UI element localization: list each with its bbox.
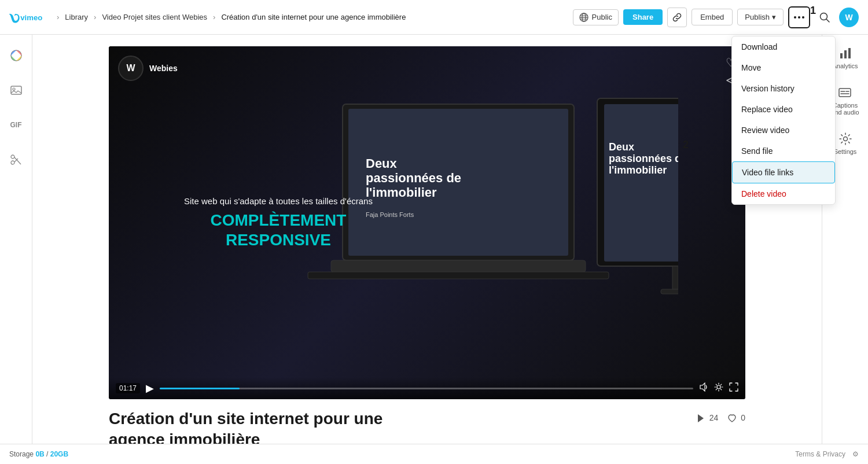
footer-links: Terms & Privacy ⚙ bbox=[795, 450, 859, 458]
video-thumbnail: W Webies ♡ Site web qui s'adapte à toute… bbox=[109, 46, 745, 399]
svg-text:l'immobilier: l'immobilier bbox=[609, 164, 667, 176]
device-highlight: COMPLÈTEMENTRESPONSIVE bbox=[184, 211, 373, 249]
sidebar-image-icon[interactable] bbox=[5, 79, 28, 102]
svg-point-40 bbox=[717, 385, 720, 389]
svg-rect-45 bbox=[839, 89, 851, 97]
play-count: 24 bbox=[696, 413, 718, 423]
breadcrumb-sep-1: › bbox=[57, 13, 59, 21]
svg-text:vimeo: vimeo bbox=[20, 13, 42, 21]
publish-button[interactable]: Publish ▾ bbox=[737, 9, 784, 25]
svg-point-12 bbox=[14, 54, 18, 57]
likes-icon bbox=[727, 414, 737, 423]
volume-icon bbox=[699, 382, 708, 392]
sidebar-gif-icon[interactable]: GIF bbox=[5, 113, 28, 137]
svg-point-16 bbox=[11, 161, 14, 164]
video-wrapper: W Webies ♡ Site web qui s'adapte à toute… bbox=[109, 46, 745, 399]
svg-point-15 bbox=[11, 155, 14, 159]
svg-rect-26 bbox=[308, 272, 609, 279]
channel-avatar: W bbox=[118, 56, 144, 81]
device-text-left: Site web qui s'adapte à toutes les taill… bbox=[184, 196, 373, 249]
fullscreen-icon bbox=[729, 382, 738, 392]
dropdown-download[interactable]: Download bbox=[732, 36, 835, 57]
more-button[interactable] bbox=[788, 6, 810, 28]
link-icon-button[interactable] bbox=[667, 8, 687, 27]
svg-line-10 bbox=[826, 19, 829, 22]
svg-rect-33 bbox=[661, 289, 678, 294]
video-controls: 01:17 ▶ bbox=[109, 377, 745, 399]
svg-text:passionnées de: passionnées de bbox=[366, 171, 461, 185]
fullscreen-button[interactable] bbox=[729, 382, 738, 394]
dropdown-version-history[interactable]: Version history bbox=[732, 78, 835, 99]
device-subtitle: Site web qui s'adapte à toutes les taill… bbox=[184, 196, 373, 206]
svg-text:Faja Points Forts: Faja Points Forts bbox=[366, 211, 414, 218]
breadcrumb-sep-3: › bbox=[213, 13, 215, 21]
channel-row: W Webies bbox=[118, 56, 178, 81]
analytics-icon bbox=[838, 46, 852, 60]
storage-used: 0B bbox=[35, 450, 44, 458]
svg-point-8 bbox=[802, 16, 804, 19]
breadcrumb-library[interactable]: Library bbox=[65, 13, 88, 21]
svg-rect-25 bbox=[331, 260, 586, 272]
channel-name: Webies bbox=[149, 64, 178, 73]
public-label: Public bbox=[592, 13, 612, 21]
image-icon bbox=[10, 84, 23, 97]
svg-text:Deux: Deux bbox=[609, 141, 634, 153]
plays-icon bbox=[696, 414, 705, 423]
share-button[interactable]: Share bbox=[623, 9, 663, 25]
sidebar-color-icon[interactable] bbox=[5, 44, 28, 67]
svg-point-6 bbox=[794, 16, 796, 19]
header-left: vimeo › Library › Video Projet sites cli… bbox=[9, 10, 406, 24]
terms-link[interactable]: Terms & Privacy bbox=[795, 450, 845, 458]
captions-icon bbox=[838, 86, 852, 100]
settings-link[interactable]: ⚙ bbox=[852, 450, 859, 458]
sidebar-analytics[interactable]: Analytics bbox=[832, 46, 858, 69]
svg-rect-43 bbox=[844, 50, 847, 58]
storage-text: Storage 0B / 20GB bbox=[9, 450, 68, 458]
content-area: W Webies ♡ Site web qui s'adapte à toute… bbox=[32, 35, 822, 464]
dropdown-move[interactable]: Move bbox=[732, 57, 835, 78]
badge-1: 1 bbox=[810, 5, 816, 17]
dropdown-menu: Download Move Version history Replace vi… bbox=[731, 36, 836, 205]
dropdown-review-video[interactable]: Review video bbox=[732, 120, 835, 141]
header-right: Public Share Embed Publish ▾ 1 bbox=[573, 6, 859, 28]
volume-button[interactable] bbox=[699, 382, 708, 394]
dropdown-video-file-links[interactable]: Video file links bbox=[732, 161, 835, 183]
settings-video-button[interactable] bbox=[714, 382, 723, 394]
globe-icon bbox=[579, 13, 589, 22]
svg-text:l'immobilier: l'immobilier bbox=[366, 185, 437, 200]
badge-2: 2 bbox=[683, 139, 689, 151]
color-wheel-icon bbox=[9, 49, 23, 62]
play-button[interactable]: ▶ bbox=[146, 382, 154, 395]
like-count: 0 bbox=[727, 413, 745, 423]
breadcrumb-current: Création d'un site internet pour une age… bbox=[221, 13, 406, 21]
footer-bar: Storage 0B / 20GB Terms & Privacy ⚙ bbox=[0, 444, 868, 464]
devices-container: Site web qui s'adapte à toutes les taill… bbox=[109, 46, 745, 399]
link-icon bbox=[672, 13, 682, 22]
gif-label: GIF bbox=[10, 121, 22, 129]
embed-button[interactable]: Embed bbox=[692, 9, 733, 25]
vimeo-logo[interactable]: vimeo bbox=[9, 10, 51, 24]
sidebar-trim-icon[interactable] bbox=[5, 148, 28, 171]
dropdown-send-file[interactable]: Send file bbox=[732, 141, 835, 161]
timestamp-badge: 01:17 bbox=[116, 383, 140, 393]
svg-marker-41 bbox=[698, 414, 704, 422]
chevron-down-icon: ▾ bbox=[772, 13, 776, 21]
storage-total: 20GB bbox=[50, 450, 68, 458]
svg-rect-42 bbox=[840, 53, 843, 58]
settings-icon bbox=[714, 382, 723, 392]
search-button[interactable] bbox=[815, 8, 834, 27]
svg-text:Deux: Deux bbox=[366, 156, 398, 171]
left-sidebar: GIF bbox=[0, 35, 32, 464]
breadcrumb-project[interactable]: Video Projet sites client Webies bbox=[102, 13, 207, 21]
svg-rect-44 bbox=[848, 48, 851, 58]
progress-bar[interactable] bbox=[160, 388, 693, 389]
sidebar-settings[interactable]: Settings bbox=[834, 132, 857, 155]
dropdown-delete-video[interactable]: Delete video bbox=[732, 183, 835, 204]
user-avatar[interactable]: W bbox=[839, 8, 859, 27]
analytics-label: Analytics bbox=[832, 62, 858, 69]
svg-rect-13 bbox=[11, 86, 21, 94]
breadcrumb-sep-2: › bbox=[94, 13, 96, 21]
dropdown-replace-video[interactable]: Replace video bbox=[732, 99, 835, 120]
svg-point-7 bbox=[798, 16, 800, 19]
public-badge[interactable]: Public bbox=[573, 9, 619, 25]
